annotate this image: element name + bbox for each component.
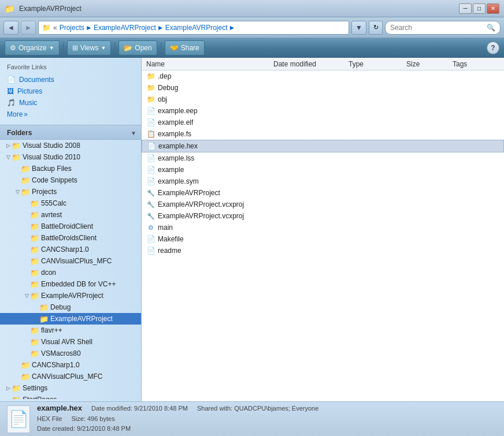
file-item-examplesym[interactable]: 📄 example.sym xyxy=(142,176,504,187)
file-item-obj[interactable]: 📁 obj xyxy=(142,94,504,105)
back-button[interactable]: ◄ xyxy=(3,21,18,35)
expand-battledc xyxy=(23,223,30,230)
tree-item-settings[interactable]: ▷ 📁 Settings xyxy=(0,382,141,394)
tree-item-canvc[interactable]: 📁 CANVisualCPlus_MFC xyxy=(0,255,141,267)
folder-icon-canvc: 📁 xyxy=(30,256,39,266)
forward-button[interactable]: ► xyxy=(21,21,36,35)
tree-item-vs2010[interactable]: ▽ 📁 Visual Studio 2010 xyxy=(0,151,141,163)
file-item-vcxproj1[interactable]: 🔧 ExampleAVRProject.vcxproj xyxy=(142,199,504,210)
folder-tree: ▷ 📁 Visual Studio 2008 ▽ 📁 Visual Studio… xyxy=(0,140,141,399)
path-part-1[interactable]: Projects xyxy=(60,24,84,32)
folders-header[interactable]: Folders ▼ xyxy=(0,125,141,140)
file-item-dep[interactable]: 📁 .dep xyxy=(142,70,504,82)
col-header-type[interactable]: Type xyxy=(346,60,404,68)
tree-item-canc10[interactable]: 📁 CANCSharp1.0 xyxy=(0,244,141,255)
file-icon-makefile: 📄 xyxy=(146,234,155,244)
views-button[interactable]: ⊞ Views ▼ xyxy=(67,40,112,55)
maximize-button[interactable]: □ xyxy=(473,3,486,14)
tree-item-debug[interactable]: 📁 Debug xyxy=(0,301,141,313)
expand-battledcs xyxy=(23,234,30,241)
tree-label-settings: Settings xyxy=(23,384,47,392)
help-button[interactable]: ? xyxy=(487,42,499,54)
tree-item-battledc[interactable]: 📁 BattleDroidClient xyxy=(0,221,141,232)
expand-cancs10 xyxy=(14,362,21,368)
share-label: Share xyxy=(181,44,199,52)
organize-button[interactable]: ⚙ Organize ▼ xyxy=(5,40,60,55)
toolbar-sep-1 xyxy=(63,42,64,54)
fav-item-pictures[interactable]: 🖼 Pictures xyxy=(0,85,141,97)
file-item-examplehex[interactable]: 📄 example.hex xyxy=(142,140,504,152)
file-item-exampleeep[interactable]: 📄 example.eep xyxy=(142,105,504,117)
close-button[interactable]: ✕ xyxy=(487,3,499,14)
search-input[interactable] xyxy=(390,24,484,32)
tree-item-cancs10[interactable]: 📁 CANCSharp1.0 xyxy=(0,359,141,371)
tree-item-555calc[interactable]: 📁 555Calc xyxy=(0,197,141,209)
date-modified-label: Date modified: xyxy=(91,405,132,412)
col-header-tags[interactable]: Tags xyxy=(450,60,502,68)
file-item-exampleelf[interactable]: 📄 example.elf xyxy=(142,117,504,128)
file-item-main[interactable]: ⚙ main xyxy=(142,222,504,233)
file-item-debug-folder[interactable]: 📁 Debug xyxy=(142,82,504,94)
file-item-examplefs[interactable]: 📋 example.fs xyxy=(142,128,504,140)
tree-item-startpages[interactable]: 📁 StartPages xyxy=(0,394,141,399)
folder-icon-avrtest: 📁 xyxy=(30,210,39,219)
path-part-2[interactable]: ExampleAVRProject xyxy=(94,24,156,32)
tree-label-backup: Backup Files xyxy=(32,165,72,173)
col-header-date[interactable]: Date modified xyxy=(271,60,346,68)
file-item-exampleavrproj[interactable]: 🔧 ExampleAVRProject xyxy=(142,187,504,199)
title-bar: 📁 ExampleAVRProject ─ □ ✕ xyxy=(0,0,504,17)
tree-item-vsmacros[interactable]: 📁 VSMacros80 xyxy=(0,348,141,359)
folders-toggle-icon[interactable]: ▼ xyxy=(131,130,136,136)
tree-item-avrtest[interactable]: 📁 avrtest xyxy=(0,209,141,221)
folder-icon-projects: 📁 xyxy=(21,187,30,196)
status-info: example.hex Date modified: 9/21/2010 8:4… xyxy=(37,404,497,434)
path-part-3[interactable]: ExampleAVRProject xyxy=(165,24,228,32)
dropdown-button[interactable]: ▼ xyxy=(351,21,366,35)
search-box[interactable]: 🔍 xyxy=(385,21,501,35)
tree-item-exampleavr[interactable]: ▽ 📁 ExampleAVRProject xyxy=(0,290,141,301)
tree-item-snippets[interactable]: 📁 Code Snippets xyxy=(0,174,141,186)
col-header-name[interactable]: Name xyxy=(144,60,271,68)
file-item-example[interactable]: 📄 example xyxy=(142,164,504,176)
fav-item-music[interactable]: 🎵 Music xyxy=(0,97,141,109)
tree-item-vashell[interactable]: 📁 Visual AVR Shell xyxy=(0,336,141,348)
expand-vsmacros xyxy=(23,350,30,357)
organize-label: Organize xyxy=(18,44,47,52)
folder-icon-dcon: 📁 xyxy=(30,268,39,277)
share-button[interactable]: 🤝 Share xyxy=(165,40,205,55)
file-item-readme[interactable]: 📄 readme xyxy=(142,245,504,256)
right-panel: Name Date modified Type Size Tags 📁 .dep… xyxy=(142,58,504,401)
tree-item-projects[interactable]: ▽ 📁 Projects xyxy=(0,186,141,197)
folder-icon-vsmacros: 📁 xyxy=(30,349,39,358)
window-title: ExampleAVRProject xyxy=(19,5,81,13)
refresh-button[interactable]: ↻ xyxy=(369,21,383,35)
folder-icon-vs2010: 📁 xyxy=(12,152,21,162)
path-sep-3: ► xyxy=(228,24,235,32)
minimize-button[interactable]: ─ xyxy=(459,3,472,14)
file-name-vcxproj2: ExampleAVRProject.vcxproj xyxy=(158,212,273,220)
file-name-example: example xyxy=(158,166,273,174)
expand-debug xyxy=(32,304,39,311)
col-header-size[interactable]: Size xyxy=(404,60,450,68)
tree-item-canvcmfc[interactable]: 📁 CANVisualCPlus_MFC xyxy=(0,371,141,382)
file-item-makefile[interactable]: 📄 Makefile xyxy=(142,233,504,245)
expand-exampleavr: ▽ xyxy=(23,292,30,299)
tree-item-flavrpp[interactable]: 📁 flavr++ xyxy=(0,325,141,336)
tree-item-exampleavrsel[interactable]: 📁 ExampleAVRProject xyxy=(0,313,141,325)
fav-item-documents[interactable]: 📄 Documents xyxy=(0,74,141,85)
tree-item-embedded[interactable]: 📁 Embedded DB for VC++ xyxy=(0,278,141,290)
expand-dcon xyxy=(23,269,30,276)
open-button[interactable]: 📂 Open xyxy=(118,40,157,55)
more-link[interactable]: More » xyxy=(0,109,141,120)
date-created-label: Date created: xyxy=(37,425,75,432)
tree-item-battledcs[interactable]: 📁 BattleDroidsClient xyxy=(0,232,141,244)
tree-item-backup[interactable]: 📁 Backup Files xyxy=(0,163,141,174)
file-icon-main: ⚙ xyxy=(146,223,155,232)
tree-label-vashell: Visual AVR Shell xyxy=(41,338,92,346)
tree-item-dcon[interactable]: 📁 dcon xyxy=(0,267,141,278)
file-item-vcxproj2[interactable]: 🔧 ExampleAVRProject.vcxproj xyxy=(142,210,504,222)
address-path[interactable]: 📁 « Projects ► ExampleAVRProject ► Examp… xyxy=(38,21,349,35)
tree-item-vs2008[interactable]: ▷ 📁 Visual Studio 2008 xyxy=(0,140,141,151)
documents-icon: 📄 xyxy=(7,76,16,84)
file-item-examplells[interactable]: 📄 example.lss xyxy=(142,152,504,164)
